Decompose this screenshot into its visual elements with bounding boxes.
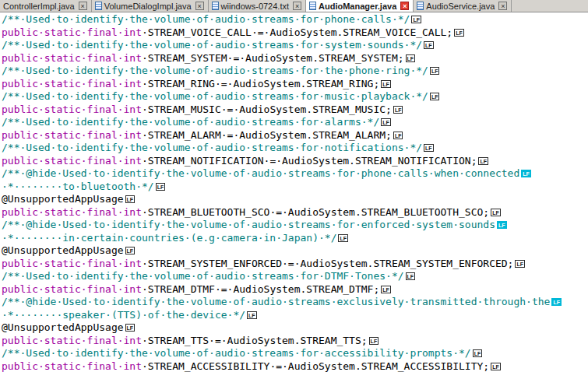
line-ending-marker: LF (424, 144, 434, 152)
code-line: /**·Used·to·identify·the·volume·of·audio… (2, 142, 588, 155)
tab-controllerimpl-java[interactable]: ControllerImpl.java× (0, 0, 92, 12)
code-segment-comment: /**·Used·to·identify·the·volume·of·audio… (2, 116, 379, 128)
code-line: public·static·final·int·STREAM_NOTIFICAT… (2, 155, 588, 168)
line-ending-marker: LF (125, 247, 136, 254)
code-segment-comment: /**·Used·to·identify·the·volume·of·audio… (2, 13, 410, 25)
code-segment-comment: /**·Used·to·identify·the·volume·of·audio… (2, 347, 471, 359)
tab-label: wiindows-0724.txt (221, 2, 289, 11)
code-segment-keyword: public·static·final·int (2, 52, 142, 64)
code-line: /**·@hide·Used·to·identify·the·volume·of… (2, 219, 588, 232)
line-ending-marker: LF (424, 41, 434, 49)
code-segment-plain: ·STREAM_NOTIFICATION·=·AudioSystem.STREA… (142, 155, 477, 167)
code-segment-keyword: public·static·final·int (2, 206, 142, 218)
line-ending-marker: LF (156, 183, 166, 191)
line-ending-marker: LF (491, 363, 501, 370)
code-segment-comment: /**·@hide·Used·to·identify·the·volume·of… (2, 296, 550, 307)
code-line: public·static·final·int·STREAM_RING·=·Au… (2, 78, 588, 91)
tab-close-icon[interactable]: × (293, 2, 301, 10)
code-line: /**·Used·to·identify·the·volume·of·audio… (2, 347, 588, 360)
code-line: @UnsupportedAppUsageLF (2, 244, 588, 258)
tab-close-icon[interactable]: × (195, 2, 204, 10)
code-segment-plain: ·STREAM_ALARM·=·AudioSystem.STREAM_ALARM… (142, 129, 392, 141)
code-segment-keyword: public·static·final·int (2, 155, 142, 167)
line-ending-marker: LF (393, 132, 403, 139)
line-ending-marker: LF (381, 80, 391, 88)
line-ending-marker: LF (454, 29, 464, 37)
code-segment-plain: ·STREAM_SYSTEM_ENFORCED·=·AudioSystem.ST… (142, 258, 513, 269)
code-line: /**·Used·to·identify·the·volume·of·audio… (2, 270, 588, 283)
code-segment-plain: @UnsupportedAppUsage (2, 321, 124, 333)
tab-audioservice-java[interactable]: AudioService.java× (414, 0, 512, 12)
line-ending-marker: LF (497, 221, 507, 229)
code-segment-plain: ·STREAM_SYSTEM·=·AudioSystem.STREAM_SYST… (142, 52, 404, 64)
code-segment-comment: /**·Used·to·identify·the·volume·of·audio… (2, 39, 422, 51)
line-ending-marker: LF (125, 324, 136, 332)
line-ending-marker: LF (125, 195, 136, 203)
line-ending-marker: LF (381, 118, 391, 126)
file-icon (309, 2, 316, 10)
tab-label: AudioService.java (426, 2, 495, 11)
tab-audiomanager-java[interactable]: AudioManager.java× (306, 0, 414, 12)
code-line: @UnsupportedAppUsageLF (2, 193, 588, 206)
line-ending-marker: LF (411, 16, 421, 23)
code-line: public·static·final·int·STREAM_DTMF·=·Au… (2, 283, 588, 297)
code-line: /**·Used·to·identify·the·volume·of·audio… (2, 90, 588, 104)
code-line: public·static·final·int·STREAM_TTS·=·Aud… (2, 335, 588, 348)
code-line: public·static·final·int·STREAM_SYSTEM_EN… (2, 258, 588, 271)
code-line: /**·Used·to·identify·the·volume·of·audio… (2, 65, 588, 78)
line-ending-marker: LF (551, 298, 562, 306)
line-ending-marker: LF (491, 209, 501, 216)
tab-bar: ControllerImpl.java×VolumeDialogImpl.jav… (0, 0, 588, 12)
code-line: /**·Used·to·identify·the·volume·of·audio… (2, 13, 588, 26)
tab-close-icon[interactable]: × (498, 2, 507, 10)
tab-volumedialogimpl-java[interactable]: VolumeDialogImpl.java× (92, 0, 209, 12)
code-line: ·*········speaker·(TTS)·of·the·device·*/… (2, 309, 588, 322)
code-segment-keyword: public·static·final·int (2, 26, 142, 38)
line-ending-marker: LF (515, 260, 525, 268)
tab-close-icon[interactable]: × (79, 2, 87, 10)
file-icon (212, 2, 219, 10)
code-line: ·*········in·certain·countries·(e.g·came… (2, 232, 588, 245)
code-segment-keyword: public·static·final·int (2, 104, 142, 115)
code-segment-plain: ·STREAM_DTMF·=·AudioSystem.STREAM_DTMF; (142, 283, 379, 295)
line-ending-marker: LF (247, 311, 257, 319)
code-segment-comment: ·*········in·certain·countries·(e.g·came… (2, 232, 336, 244)
line-ending-marker: LF (521, 170, 531, 177)
line-ending-marker: LF (369, 337, 379, 345)
code-segment-keyword: public·static·final·int (2, 78, 142, 89)
code-segment-plain: ·STREAM_TTS·=·AudioSystem.STREAM_TTS; (142, 335, 368, 346)
code-segment-comment: /**·Used·to·identify·the·volume·of·audio… (2, 142, 422, 153)
code-segment-keyword: public·static·final·int (2, 129, 142, 141)
tab-close-icon[interactable]: × (400, 2, 409, 10)
code-line: /**·Used·to·identify·the·volume·of·audio… (2, 39, 588, 52)
code-line: /**·@hide·Used·to·identify·the·volume·of… (2, 296, 588, 309)
code-segment-comment: /**·@hide·Used·to·identify·the·volume·of… (2, 167, 519, 179)
code-line: public·static·final·int·STREAM_ALARM·=·A… (2, 129, 588, 142)
code-segment-plain: @UnsupportedAppUsage (2, 244, 124, 256)
line-ending-marker: LF (338, 234, 348, 242)
code-segment-plain: ·STREAM_VOICE_CALL·=·AudioSystem.STREAM_… (142, 26, 452, 38)
code-line: public·static·final·int·STREAM_SYSTEM·=·… (2, 52, 588, 65)
tab-label: VolumeDialogImpl.java (104, 2, 192, 11)
code-line: @UnsupportedAppUsageLF (2, 321, 588, 335)
file-icon (417, 2, 424, 10)
code-segment-keyword: public·static·final·int (2, 283, 142, 295)
code-area[interactable]: /**·Used·to·identify·the·volume·of·audio… (0, 12, 588, 372)
code-line: public·static·final·int·STREAM_BLUETOOTH… (2, 206, 588, 219)
code-line: /**·Used·to·identify·the·volume·of·audio… (2, 116, 588, 129)
code-segment-keyword: public·static·final·int (2, 258, 142, 269)
code-segment-keyword: public·static·final·int (2, 335, 142, 346)
code-segment-plain: ·STREAM_ACCESSIBILITY·=·AudioSystem.STRE… (142, 360, 489, 372)
line-ending-marker: LF (406, 54, 416, 62)
code-segment-keyword: public·static·final·int (2, 360, 142, 372)
line-ending-marker: LF (430, 93, 440, 100)
code-line: public·static·final·int·STREAM_ACCESSIBI… (2, 360, 588, 372)
code-segment-plain: ·STREAM_MUSIC·=·AudioSystem.STREAM_MUSIC… (142, 104, 392, 115)
code-segment-comment: ·*········speaker·(TTS)·of·the·device·*/ (2, 309, 245, 321)
code-line: ·*········to·bluetooth·*/LF (2, 181, 588, 194)
code-segment-plain: ·STREAM_BLUETOOTH_SCO·=·AudioSystem.STRE… (142, 206, 489, 218)
tab-wiindows-0724-txt[interactable]: wiindows-0724.txt× (209, 0, 306, 12)
line-ending-marker: LF (381, 286, 391, 293)
tab-label: AudioManager.java (319, 2, 396, 11)
code-segment-comment: /**·Used·to·identify·the·volume·of·audio… (2, 65, 428, 76)
